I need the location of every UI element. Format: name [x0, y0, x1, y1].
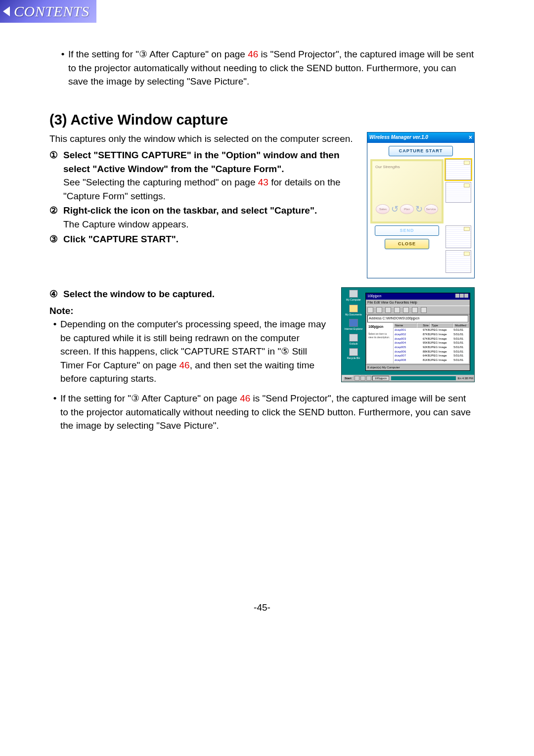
desktop-icons: My Computer My Documents Internet Explor… [342, 288, 365, 375]
circled-5: ⑤ [281, 346, 289, 356]
page-ref-43[interactable]: 43 [258, 177, 268, 187]
file-row[interactable]: dcap00764KBJPEG Image5/31/01 [394, 354, 469, 358]
arrow-icon: ↻ [415, 203, 423, 216]
file-row[interactable]: dcap00495KBJPEG Image5/31/01 [394, 341, 469, 345]
my-documents-icon[interactable] [349, 305, 358, 312]
quicklaunch-icon[interactable] [355, 376, 359, 381]
text: See "Selecting the capturing method" on … [63, 177, 258, 187]
step-num: ③ [49, 232, 63, 246]
explorer-toolbar[interactable] [366, 306, 470, 314]
step-title: Click "CAPTURE START". [63, 232, 357, 246]
slide-thumb[interactable] [445, 225, 471, 248]
step-2: ② Right-click the icon on the taskbar, a… [49, 204, 357, 231]
folder-hint: Select an item to view its description. [368, 332, 392, 340]
contents-label: CONTENTS [14, 0, 89, 22]
slide-thumb[interactable] [445, 250, 471, 273]
section-title: (3) Active Window capture [49, 109, 475, 130]
start-button[interactable]: Start [343, 376, 354, 381]
step-num: ④ [49, 287, 63, 301]
page-ref-46[interactable]: 46 [240, 393, 250, 403]
system-tray[interactable]: En 4:38 PM [458, 376, 473, 381]
step-num: ② [49, 204, 63, 231]
outlook-icon[interactable] [349, 334, 358, 342]
explorer-menu[interactable]: File Edit View Go Favorites Help [366, 300, 470, 306]
diagram-node: Sales [376, 204, 390, 214]
note-bullet-2: • If the setting for "③ After Capture" o… [49, 392, 475, 433]
bullet-dot: • [49, 317, 60, 386]
step-title: Select the window to be captured. [63, 287, 331, 301]
page-ref-46[interactable]: 46 [179, 360, 189, 370]
file-row[interactable]: dcap00592KBJPEG Image5/31/01 [394, 345, 469, 350]
step-title: Right-click the icon on the taskbar, and… [63, 204, 357, 218]
note-bullet-1: • Depending on the computer's processing… [49, 317, 331, 386]
file-list[interactable]: Name Size Type Modified dcap00197KBJPEG … [394, 323, 469, 364]
explorer-address[interactable]: Address C:\WINDOWS\100pjpcn [367, 315, 468, 322]
text: After Capture" on page [147, 49, 248, 59]
window-buttons[interactable] [455, 294, 468, 299]
circled-3: ③ [131, 393, 139, 403]
text: After Capture" on page [139, 393, 240, 403]
bullet-top: • If the setting for "③ After Capture" o… [57, 47, 475, 89]
send-button[interactable]: SEND [375, 225, 439, 236]
quicklaunch-icon[interactable] [360, 376, 365, 381]
circled-3: ③ [139, 49, 147, 59]
wm-title-text: Wireless Manager ver.1.0 [369, 134, 428, 141]
explorer-window[interactable]: 100pjpcn File Edit View Go Favorites Hel… [365, 293, 470, 371]
close-button[interactable]: CLOSE [385, 239, 429, 249]
recycle-icon[interactable] [349, 348, 358, 356]
note-label: Note: [49, 304, 331, 318]
col-mod[interactable]: Modified [453, 323, 469, 328]
canvas-label: Our Strengths [375, 164, 400, 170]
col-type[interactable]: Type [430, 323, 453, 328]
close-icon[interactable]: × [469, 133, 472, 142]
quicklaunch-icon[interactable] [366, 376, 371, 381]
wm-preview-canvas: Our Strengths Sales ↺ Plan ↻ Service [370, 159, 444, 223]
col-size[interactable]: Size [417, 323, 430, 328]
slide-thumb[interactable] [445, 159, 471, 180]
explorer-status: 8 object(s) My Computer [366, 364, 470, 370]
desktop-screenshot: My Computer My Documents Internet Explor… [341, 287, 475, 382]
text: If the setting for " [60, 393, 131, 403]
diagram-node: Plan [400, 204, 414, 214]
step-sub: The Capture window appears. [63, 218, 357, 231]
file-row[interactable]: dcap00287KBJPEG Image5/31/01 [394, 332, 469, 337]
step-title: Select "SETTING CAPTURE" in the "Option"… [63, 148, 357, 176]
file-row[interactable]: dcap00688KBJPEG Image5/31/01 [394, 350, 469, 354]
step-3: ③ Click "CAPTURE START". [49, 232, 357, 246]
col-name[interactable]: Name [394, 323, 417, 328]
file-row[interactable]: dcap00197KBJPEG Image5/31/01 [394, 328, 469, 332]
folder-name: 100pjpcn [368, 324, 392, 329]
step-1: ① Select "SETTING CAPTURE" in the "Optio… [49, 148, 357, 203]
text: If the setting for " [68, 49, 139, 59]
section-intro: This captures only the window which is s… [49, 132, 357, 146]
my-computer-icon[interactable] [349, 290, 358, 298]
ie-icon[interactable] [349, 319, 358, 327]
page-number: -45- [49, 601, 475, 615]
arrow-icon: ↺ [391, 203, 399, 216]
file-row[interactable]: dcap00367KBJPEG Image5/31/01 [394, 337, 469, 341]
step-num: ① [49, 148, 63, 203]
taskbar[interactable]: Start 100pjpcn En 4:38 PM [342, 375, 474, 382]
explorer-title: 100pjpcn [367, 294, 381, 299]
wireless-manager-window: Wireless Manager ver.1.0 × CAPTURE START… [367, 132, 475, 278]
contents-badge[interactable]: CONTENTS [0, 0, 96, 23]
step-4: ④ Select the window to be captured. [49, 287, 331, 301]
wm-titlebar: Wireless Manager ver.1.0 × [367, 133, 474, 143]
bullet-dot: • [49, 392, 60, 433]
taskbar-task[interactable]: 100pjpcn [372, 376, 389, 381]
page-ref-46[interactable]: 46 [248, 49, 258, 59]
file-row[interactable]: dcap00881KBJPEG Image5/31/01 [394, 358, 469, 362]
diagram-node: Service [424, 204, 438, 214]
capture-start-button[interactable]: CAPTURE START [389, 146, 453, 156]
bullet-dot: • [57, 47, 68, 89]
slide-thumb[interactable] [445, 182, 471, 203]
